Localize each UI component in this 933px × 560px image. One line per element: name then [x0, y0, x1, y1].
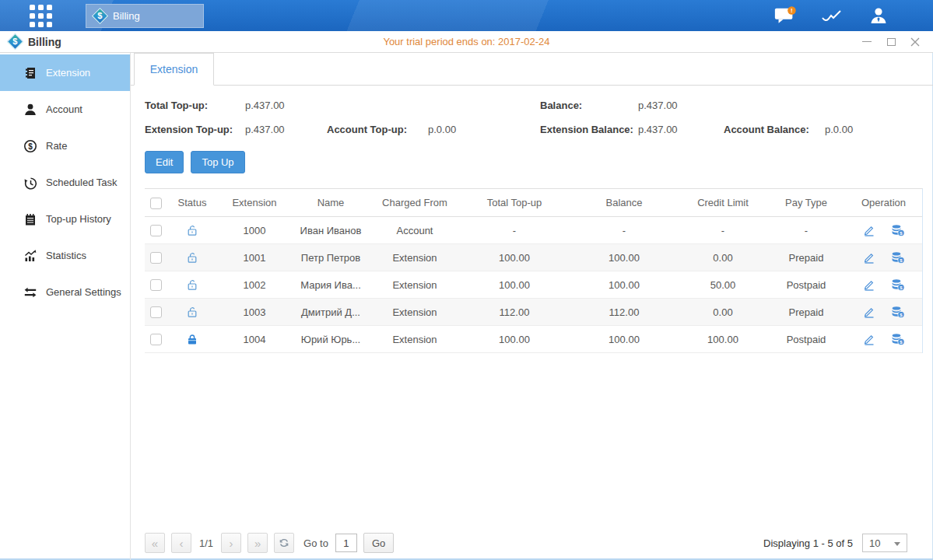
- billing-diamond-icon: $: [7, 33, 23, 50]
- balance-value: p.437.00: [638, 93, 678, 117]
- refresh-button[interactable]: [274, 533, 294, 553]
- first-page-button[interactable]: «: [145, 533, 165, 553]
- row-checkbox[interactable]: [150, 279, 162, 291]
- cell-pay-type: Prepaid: [767, 252, 845, 264]
- topup-row-icon[interactable]: $: [891, 333, 905, 345]
- topup-button[interactable]: Top Up: [191, 151, 244, 173]
- sidebar-item-rate[interactable]: $ Rate: [0, 128, 130, 164]
- cell-balance: 100.00: [570, 334, 679, 345]
- topup-row-icon[interactable]: $: [891, 251, 905, 264]
- sidebar-item-topup-history[interactable]: Top-up History: [0, 201, 130, 237]
- billing-app-window: $ Billing !: [0, 0, 933, 560]
- account-topup-label: Account Top-up:: [327, 117, 407, 142]
- maximize-icon[interactable]: [886, 37, 896, 47]
- edit-row-icon[interactable]: [863, 251, 875, 264]
- sidebar-item-label: Extension: [46, 67, 90, 79]
- extension-topup-value: p.437.00: [245, 117, 285, 142]
- total-topup-value: p.437.00: [245, 93, 285, 117]
- sidebar-item-label: Statistics: [46, 250, 86, 261]
- extension-balance-value: p.437.00: [638, 117, 678, 142]
- cell-charged-from: Extension: [370, 252, 459, 264]
- ledger-icon: [23, 66, 37, 80]
- close-icon[interactable]: [910, 37, 921, 47]
- sidebar-item-label: General Settings: [46, 286, 121, 298]
- extensions-table: Status Extension Name Charged From Total…: [145, 188, 923, 353]
- cell-name: Мария Ива...: [291, 279, 370, 291]
- sidebar-item-label: Top-up History: [46, 213, 111, 225]
- cell-credit-limit: 100.00: [679, 334, 767, 345]
- app-tab-billing[interactable]: $ Billing: [86, 4, 204, 28]
- cell-pay-type: Prepaid: [767, 306, 845, 318]
- edit-row-icon[interactable]: [863, 224, 875, 236]
- tab-extension[interactable]: Extension: [134, 53, 214, 86]
- edit-button[interactable]: Edit: [145, 151, 184, 173]
- topbar: $ Billing !: [0, 0, 933, 31]
- page-size-select[interactable]: 10: [862, 534, 907, 552]
- statistics-chart-icon[interactable]: [820, 5, 844, 26]
- topup-row-icon[interactable]: $: [891, 278, 905, 291]
- sidebar-item-label: Rate: [46, 140, 67, 152]
- window-title: Billing: [28, 36, 61, 48]
- sidebar: Extension Account $ Rate: [0, 53, 131, 560]
- sidebar-item-account[interactable]: Account: [0, 91, 130, 128]
- window-titlebar: $ Billing Your trial period ends on: 201…: [0, 31, 933, 53]
- last-page-button[interactable]: »: [247, 533, 268, 553]
- sidebar-item-extension[interactable]: Extension: [0, 54, 130, 91]
- user-icon[interactable]: [867, 5, 890, 26]
- col-credit-limit: Credit Limit: [679, 197, 767, 208]
- goto-page-input[interactable]: [335, 534, 357, 552]
- status-lock-icon[interactable]: [167, 251, 218, 264]
- status-lock-icon[interactable]: [167, 278, 218, 292]
- col-status: Status: [167, 197, 218, 208]
- extension-balance-label: Extension Balance:: [540, 117, 633, 142]
- edit-row-icon[interactable]: [863, 306, 875, 318]
- status-lock-icon[interactable]: [167, 333, 218, 346]
- cell-credit-limit: 50.00: [679, 279, 767, 291]
- edit-row-icon[interactable]: [863, 333, 875, 345]
- col-operation: Operation: [845, 197, 922, 208]
- app-tab-label: Billing: [113, 10, 140, 22]
- main-content: Extension Total Top-up: p.437.00 Balance…: [131, 53, 933, 560]
- apps-grid-icon[interactable]: [26, 4, 54, 27]
- messages-icon[interactable]: !: [773, 5, 797, 26]
- select-all-checkbox[interactable]: [150, 198, 162, 209]
- cell-extension: 1000: [218, 225, 291, 236]
- account-topup-value: p.0.00: [428, 117, 456, 142]
- balance-label: Balance:: [540, 93, 582, 117]
- go-button[interactable]: Go: [363, 533, 394, 553]
- cell-total-topup: 100.00: [459, 334, 570, 345]
- table-row: 1003 Дмитрий Д... Extension 112.00 112.0…: [145, 299, 922, 326]
- svg-text:$: $: [28, 142, 33, 150]
- cell-balance: -: [570, 225, 679, 236]
- cell-pay-type: Postpaid: [767, 279, 845, 291]
- dollar-circle-icon: $: [23, 139, 37, 153]
- cell-credit-limit: -: [679, 225, 767, 236]
- sidebar-item-scheduled-task[interactable]: Scheduled Task: [0, 164, 130, 201]
- row-checkbox[interactable]: [150, 252, 162, 264]
- notepad-icon: [23, 212, 37, 226]
- prev-page-button[interactable]: ‹: [171, 533, 191, 553]
- cell-total-topup: 100.00: [459, 252, 570, 264]
- sidebar-item-statistics[interactable]: Statistics: [0, 237, 130, 274]
- minimize-icon[interactable]: [861, 37, 872, 47]
- row-checkbox[interactable]: [150, 306, 162, 318]
- clock-icon: [23, 176, 37, 190]
- cell-credit-limit: 0.00: [679, 252, 767, 264]
- status-lock-icon[interactable]: [167, 224, 218, 237]
- row-checkbox[interactable]: [150, 334, 162, 345]
- notification-badge: !: [791, 7, 793, 14]
- page-size-value: 10: [869, 537, 880, 549]
- topup-row-icon[interactable]: $: [891, 306, 905, 318]
- edit-row-icon[interactable]: [863, 278, 875, 291]
- row-checkbox[interactable]: [150, 225, 162, 236]
- account-balance-label: Account Balance:: [724, 117, 809, 142]
- sidebar-item-general-settings[interactable]: General Settings: [0, 274, 130, 310]
- col-extension: Extension: [218, 197, 291, 208]
- col-charged-from: Charged From: [370, 197, 459, 208]
- status-lock-icon[interactable]: [167, 306, 218, 319]
- cell-balance: 100.00: [570, 252, 679, 264]
- topup-row-icon[interactable]: $: [891, 224, 905, 236]
- cell-extension: 1003: [218, 306, 291, 318]
- next-page-button[interactable]: ›: [221, 533, 241, 553]
- col-pay-type: Pay Type: [767, 197, 845, 208]
